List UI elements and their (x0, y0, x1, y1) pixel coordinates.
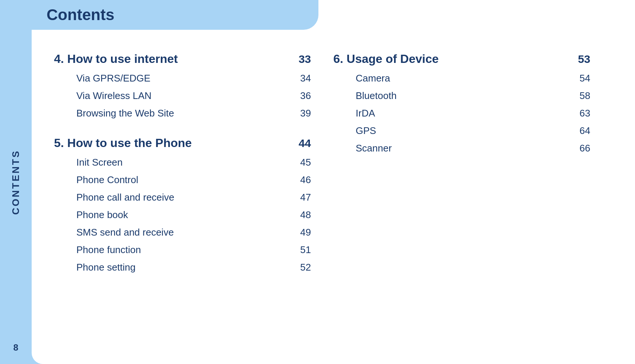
header-tab: Contents (28, 0, 318, 30)
toc-item-phone-function: Phone function 51 (54, 244, 318, 256)
toc-item-camera-label: Camera (356, 73, 390, 84)
toc-item-web: Browsing the Web Site 39 (54, 108, 318, 119)
toc-item-sms-page: 49 (300, 227, 311, 238)
main-content: Contents 4. How to use internet 33 Via G… (32, 0, 635, 364)
toc-item-init-screen-page: 45 (300, 157, 311, 168)
toc-item-gprs-label: Via GPRS/EDGE (76, 73, 150, 84)
toc-item-gps: GPS 64 (333, 125, 598, 137)
toc-item-phone-setting-page: 52 (300, 262, 311, 273)
toc-item-camera-page: 54 (580, 73, 590, 84)
toc-item-camera: Camera 54 (333, 73, 598, 84)
toc-item-phone-call: Phone call and receive 47 (54, 192, 318, 203)
toc-item-bluetooth: Bluetooth 58 (333, 90, 598, 102)
toc-item-scanner-page: 66 (580, 143, 590, 154)
toc-item-gps-label: GPS (356, 125, 376, 137)
toc-item-phone-book-page: 48 (300, 209, 311, 221)
toc-item-phone-function-page: 51 (300, 244, 311, 256)
toc-right-column: 6. Usage of Device 53 Camera 54 Bluetoot… (333, 52, 613, 279)
toc-item-irda-page: 63 (580, 108, 590, 119)
toc-item-phone-book-label: Phone book (76, 209, 128, 221)
toc-item-phone-setting-label: Phone setting (76, 262, 136, 273)
toc-left-column: 4. How to use internet 33 Via GPRS/EDGE … (54, 52, 333, 279)
toc-item-phone-book: Phone book 48 (54, 209, 318, 221)
toc-container: 4. How to use internet 33 Via GPRS/EDGE … (54, 52, 613, 279)
toc-item-phone-call-page: 47 (300, 192, 311, 203)
toc-item-init-screen: Init Screen 45 (54, 157, 318, 168)
toc-item-sms: SMS send and receive 49 (54, 227, 318, 238)
toc-item-bluetooth-label: Bluetooth (356, 90, 397, 102)
toc-section-4-page: 33 (299, 53, 311, 66)
toc-item-wlan-page: 36 (300, 90, 311, 102)
toc-section-5-title: 5. How to use the Phone (54, 136, 192, 150)
page-number: 8 (13, 342, 18, 353)
toc-item-phone-control: Phone Control 46 (54, 174, 318, 186)
toc-item-phone-call-label: Phone call and receive (76, 192, 174, 203)
sidebar: CONTENTS 8 (0, 0, 32, 364)
toc-section-4-header: 4. How to use internet 33 (54, 52, 318, 66)
toc-item-sms-label: SMS send and receive (76, 227, 174, 238)
toc-item-phone-control-label: Phone Control (76, 174, 138, 186)
toc-item-wlan: Via Wireless LAN 36 (54, 90, 318, 102)
toc-item-web-page: 39 (300, 108, 311, 119)
sidebar-contents-label: CONTENTS (10, 150, 22, 215)
toc-section-5-header: 5. How to use the Phone 44 (54, 136, 318, 150)
toc-item-init-screen-label: Init Screen (76, 157, 123, 168)
content-card: Contents 4. How to use internet 33 Via G… (32, 0, 635, 364)
toc-item-irda: IrDA 63 (333, 108, 598, 119)
toc-item-gprs-page: 34 (300, 73, 311, 84)
toc-item-bluetooth-page: 58 (580, 90, 590, 102)
toc-item-phone-control-page: 46 (300, 174, 311, 186)
toc-item-phone-setting: Phone setting 52 (54, 262, 318, 273)
toc-section-6-header: 6. Usage of Device 53 (333, 52, 598, 66)
toc-section-6-page: 53 (578, 53, 590, 66)
toc-section-6-title: 6. Usage of Device (333, 52, 439, 66)
toc-item-wlan-label: Via Wireless LAN (76, 90, 152, 102)
page-title: Contents (47, 6, 114, 24)
toc-section-4-title: 4. How to use internet (54, 52, 178, 66)
toc-item-scanner-label: Scanner (356, 143, 392, 154)
toc-item-irda-label: IrDA (356, 108, 375, 119)
toc-item-phone-function-label: Phone function (76, 244, 141, 256)
toc-item-gprs: Via GPRS/EDGE 34 (54, 73, 318, 84)
toc-section-5-page: 44 (299, 137, 311, 150)
toc-item-scanner: Scanner 66 (333, 143, 598, 154)
toc-item-gps-page: 64 (580, 125, 590, 137)
toc-item-web-label: Browsing the Web Site (76, 108, 174, 119)
